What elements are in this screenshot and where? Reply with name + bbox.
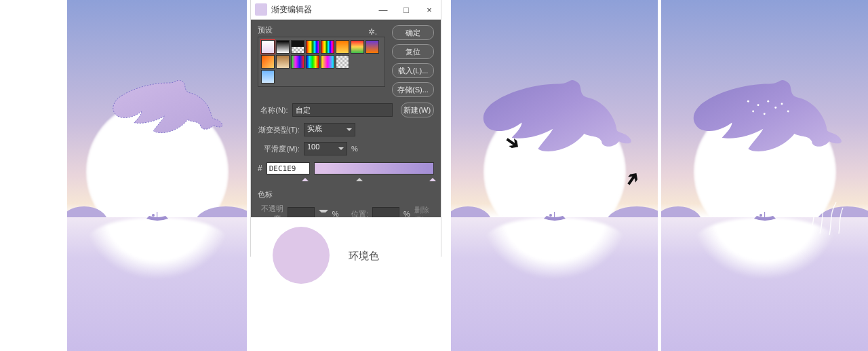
- dialog-title: 渐变编辑器: [271, 4, 372, 16]
- environment-color-swatch: [273, 227, 330, 284]
- preset-swatch[interactable]: [366, 40, 379, 54]
- smoothness-input[interactable]: 100: [304, 142, 347, 155]
- svg-rect-4: [764, 212, 765, 217]
- environment-color-panel: 环境色: [251, 217, 441, 351]
- dolphin-shaded: [478, 80, 634, 162]
- svg-rect-0: [157, 212, 157, 217]
- artboard-3: [661, 0, 868, 351]
- presets-menu-icon[interactable]: ✲.: [368, 27, 377, 37]
- percent-label: %: [351, 145, 358, 153]
- preset-swatch[interactable]: [336, 40, 349, 54]
- svg-point-6: [747, 100, 749, 103]
- boat-icon: [751, 212, 778, 220]
- svg-point-8: [767, 100, 769, 103]
- midpoint-stop[interactable]: [356, 174, 363, 181]
- load-button[interactable]: 载入(L)...: [392, 63, 434, 78]
- reset-button[interactable]: 复位: [392, 44, 434, 59]
- preset-swatch[interactable]: [306, 55, 319, 69]
- window-minimize-button[interactable]: —: [372, 0, 395, 19]
- dialog-titlebar[interactable]: 渐变编辑器 — □ ×: [251, 0, 441, 20]
- preset-swatch[interactable]: [336, 55, 349, 69]
- dolphin-selection[interactable]: [109, 80, 224, 140]
- svg-point-12: [781, 103, 783, 105]
- environment-color-label: 环境色: [349, 250, 379, 263]
- svg-rect-2: [554, 212, 555, 217]
- boat-icon: [541, 212, 568, 220]
- preset-swatch[interactable]: [261, 70, 275, 84]
- preset-swatch[interactable]: [261, 55, 275, 69]
- svg-point-10: [752, 111, 754, 113]
- preset-swatch[interactable]: [321, 55, 334, 69]
- gradient-name-input[interactable]: [292, 103, 393, 117]
- svg-point-13: [787, 111, 789, 113]
- water-splash: [804, 185, 851, 239]
- artboard-2: ➔ ➔: [451, 0, 658, 351]
- svg-point-1: [152, 214, 155, 217]
- gradient-presets: [258, 37, 385, 87]
- gradient-stop-track[interactable]: [258, 173, 434, 184]
- color-stop[interactable]: [302, 174, 309, 181]
- dialog-icon: [255, 3, 267, 16]
- preset-swatch[interactable]: [276, 40, 290, 54]
- preset-swatch[interactable]: [306, 40, 319, 54]
- preset-swatch[interactable]: [276, 55, 290, 69]
- hash-label: #: [258, 164, 262, 173]
- preset-swatch[interactable]: [321, 40, 334, 54]
- presets-label: 预设: [258, 26, 273, 34]
- color-stop[interactable]: [429, 174, 436, 181]
- window-close-button[interactable]: ×: [418, 0, 441, 19]
- preset-swatch[interactable]: [291, 55, 304, 69]
- stops-section-label: 色标: [258, 189, 434, 200]
- artboard-1: [67, 0, 247, 351]
- ok-button[interactable]: 确定: [392, 25, 434, 40]
- boat-icon: [144, 212, 171, 220]
- dolphin-final: [688, 80, 844, 162]
- gradient-type-select[interactable]: 实底: [304, 123, 355, 136]
- save-button[interactable]: 存储(S)...: [392, 82, 434, 97]
- svg-point-3: [549, 214, 552, 217]
- name-label: 名称(N):: [258, 105, 288, 115]
- smooth-label: 平滑度(M):: [258, 144, 300, 154]
- new-button[interactable]: 新建(W): [401, 103, 434, 117]
- type-label: 渐变类型(T):: [258, 125, 300, 135]
- svg-point-7: [757, 104, 760, 106]
- svg-point-9: [774, 107, 776, 109]
- svg-point-5: [760, 214, 762, 217]
- svg-point-11: [764, 113, 766, 115]
- preset-swatch[interactable]: [351, 40, 364, 54]
- window-maximize-button[interactable]: □: [395, 0, 418, 19]
- preset-swatch[interactable]: [291, 40, 304, 54]
- preset-swatch[interactable]: [261, 40, 275, 54]
